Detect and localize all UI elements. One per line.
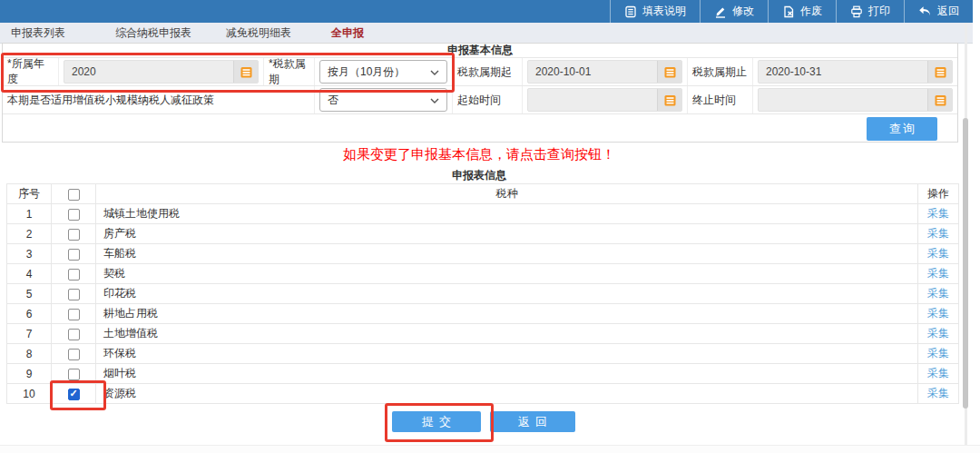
collect-link[interactable]: 采集	[927, 347, 949, 359]
begin-time-calendar-button[interactable]	[657, 89, 681, 111]
back-button[interactable]: 返回	[490, 411, 575, 432]
basic-info-row-1: *所属年度 2020 *税款属期 按月（10月份） 税款属期起 2020-10-…	[3, 57, 957, 85]
back-arrow-icon	[918, 5, 932, 17]
period-end-value: 2020-10-31	[759, 65, 821, 78]
collect-link[interactable]: 采集	[927, 287, 949, 300]
tax-name: 印花税	[96, 284, 918, 304]
row-checkbox[interactable]	[68, 349, 80, 360]
table-row: 8 环保税 采集	[7, 344, 959, 364]
period-start-value: 2020-10-01	[528, 65, 591, 78]
period-label: *税款属期	[264, 58, 315, 85]
return-label: 返回	[937, 4, 959, 19]
chevron-down-icon	[430, 94, 439, 106]
table-header-row: 序号 税种 操作	[7, 184, 959, 204]
period-end-field[interactable]: 2020-10-31	[758, 60, 953, 84]
year-field[interactable]: 2020	[64, 60, 259, 84]
row-index: 1	[7, 204, 52, 224]
table-row: 7 土地增值税 采集	[7, 324, 959, 344]
row-checkbox[interactable]	[68, 249, 80, 261]
query-button[interactable]: 查询	[867, 117, 937, 141]
row-index: 4	[7, 264, 52, 284]
policy-label: 本期是否适用增值税小规模纳税人减征政策	[3, 86, 315, 113]
doc-icon	[624, 5, 637, 18]
tax-name: 土地增值税	[96, 324, 918, 344]
basic-info-section: 申报基本信息 *所属年度 2020 *税款属期 按月（10月份） 税款属期起 2…	[2, 43, 958, 143]
end-time-label: 终止时间	[688, 86, 753, 113]
collect-link[interactable]: 采集	[927, 267, 949, 280]
table-row: 6 耕地占用税 采集	[7, 304, 959, 324]
period-end-label: 税款属期止	[688, 58, 753, 85]
end-time-field[interactable]	[758, 88, 953, 112]
tax-name: 城镇土地使用税	[96, 204, 918, 224]
row-index: 7	[7, 324, 52, 344]
period-end-calendar-button[interactable]	[927, 61, 952, 83]
scrollbar-thumb[interactable]	[963, 118, 968, 409]
period-start-field[interactable]: 2020-10-01	[527, 60, 682, 84]
row-checkbox[interactable]	[68, 289, 80, 300]
row-checkbox[interactable]	[68, 369, 80, 380]
basic-info-title: 申报基本信息	[3, 44, 957, 57]
period-select[interactable]: 按月（10月份）	[319, 60, 447, 84]
row-checkbox[interactable]	[68, 309, 80, 320]
void-doc-icon	[782, 5, 795, 18]
row-index: 3	[7, 244, 52, 264]
action-column-header: 操作	[918, 184, 959, 204]
policy-select[interactable]: 否	[319, 88, 447, 112]
index-column-header: 序号	[7, 184, 52, 204]
begin-time-field[interactable]	[527, 88, 682, 112]
print-label: 打印	[868, 4, 890, 19]
collect-link[interactable]: 采集	[927, 207, 949, 220]
collect-link[interactable]: 采集	[927, 307, 949, 320]
pencil-icon	[714, 5, 727, 18]
tab-tax-reduction-detail[interactable]: 减免税明细表	[226, 25, 291, 41]
tax-name: 烟叶税	[96, 364, 918, 384]
tab-declaration-list[interactable]: 申报表列表	[11, 25, 65, 41]
table-row: 2 房产税 采集	[7, 224, 959, 244]
collect-link[interactable]: 采集	[927, 327, 949, 340]
year-calendar-button[interactable]	[233, 61, 258, 83]
row-checkbox[interactable]	[68, 329, 80, 340]
calendar-icon	[664, 94, 676, 106]
row-index: 5	[7, 284, 52, 304]
table-row: 9 烟叶税 采集	[7, 364, 959, 384]
collect-link[interactable]: 采集	[927, 367, 949, 379]
submit-button[interactable]: 提交	[392, 411, 481, 432]
calendar-icon	[935, 66, 946, 78]
return-button[interactable]: 返回	[904, 0, 973, 23]
table-row: 1 城镇土地使用税 采集	[7, 204, 959, 224]
edit-label: 修改	[732, 4, 754, 19]
period-start-calendar-button[interactable]	[657, 61, 681, 83]
warning-text: 如果变更了申报基本信息，请点击查询按钮！	[0, 146, 958, 163]
collect-link[interactable]: 采集	[927, 247, 949, 260]
row-index: 6	[7, 304, 52, 324]
select-all-checkbox[interactable]	[68, 189, 80, 201]
collect-link[interactable]: 采集	[927, 387, 949, 399]
tax-name: 房产税	[96, 224, 918, 244]
fill-instructions-button[interactable]: 填表说明	[610, 0, 700, 23]
end-time-calendar-button[interactable]	[927, 89, 952, 111]
tax-name: 契税	[96, 264, 918, 284]
row-index: 9	[7, 364, 52, 384]
period-value: 按月（10月份）	[328, 64, 405, 80]
fill-instructions-label: 填表说明	[642, 4, 686, 19]
row-checkbox[interactable]	[68, 229, 80, 241]
tax-name: 耕地占用税	[96, 304, 918, 324]
policy-value: 否	[328, 93, 338, 108]
row-index: 10	[7, 384, 52, 404]
calendar-icon	[240, 66, 252, 78]
tax-type-column-header: 税种	[96, 184, 918, 204]
row-checkbox[interactable]	[68, 389, 80, 400]
collect-link[interactable]: 采集	[927, 227, 949, 240]
tax-name: 环保税	[96, 344, 918, 364]
table-row: 3 车船税 采集	[7, 244, 959, 264]
tab-full-declaration[interactable]: 全申报	[331, 25, 364, 41]
row-checkbox[interactable]	[68, 269, 80, 281]
void-label: 作废	[800, 4, 822, 19]
print-button[interactable]: 打印	[836, 0, 904, 23]
edit-button[interactable]: 修改	[700, 0, 768, 23]
year-value: 2020	[64, 65, 96, 78]
void-button[interactable]: 作废	[768, 0, 836, 23]
begin-time-label: 起始时间	[453, 86, 523, 113]
tab-comprehensive-return[interactable]: 综合纳税申报表	[115, 25, 191, 41]
row-checkbox[interactable]	[68, 209, 80, 221]
